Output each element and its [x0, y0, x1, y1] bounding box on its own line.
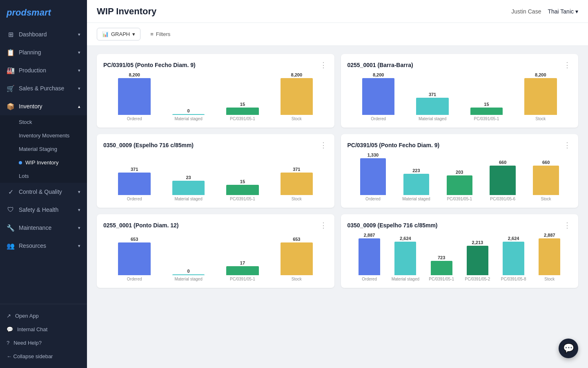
- logo-text: prodsmart: [7, 7, 51, 18]
- bar-label-5-1: Material staged: [392, 277, 419, 281]
- bar-rect-1-3: [524, 78, 557, 115]
- sidebar-item-stock[interactable]: Stock: [0, 115, 87, 129]
- user2-dropdown[interactable]: Thai Tanic ▾: [548, 8, 578, 15]
- filters-button[interactable]: ≡ Filters: [145, 28, 175, 40]
- chart-card-5: 0350_0009 (Espelho 716 c/85mm) ⋮2,887Ord…: [341, 214, 579, 288]
- chart-menu-3[interactable]: ⋮: [564, 141, 572, 150]
- bar-label-5-3: PC/0391/05-2: [465, 277, 490, 281]
- chart-title-4: 0255_0001 (Ponto Diam. 12): [103, 222, 178, 229]
- chart-menu-5[interactable]: ⋮: [564, 221, 572, 230]
- graph-icon: 📊: [102, 31, 109, 37]
- chat-bubble-button[interactable]: 💬: [559, 339, 578, 358]
- bar-label-3-2: PC/0391/05-1: [447, 197, 472, 201]
- chart-menu-0[interactable]: ⋮: [320, 61, 328, 70]
- sidebar-item-control-quality[interactable]: ✓ Control & Quality ▾: [0, 183, 87, 201]
- graph-chevron-icon: ▾: [132, 31, 135, 37]
- sidebar-item-lots[interactable]: Lots: [0, 169, 87, 183]
- sidebar-label-planning: Planning: [19, 49, 41, 56]
- sidebar-item-inventory-movements[interactable]: Inventory Movements: [0, 129, 87, 142]
- resources-icon: 👥: [7, 242, 15, 250]
- bar-value-4-3: 653: [293, 237, 300, 242]
- bar-value-5-1: 2,624: [400, 236, 411, 241]
- bar-group-2-2: 15PC/0391/05-1: [216, 179, 270, 201]
- bar-group-2-0: 371Ordered: [107, 167, 161, 201]
- graph-button[interactable]: 📊 GRAPH ▾: [97, 28, 140, 40]
- chart-card-1: 0255_0001 (Barra-Barra) ⋮8,200Ordered371…: [341, 54, 579, 128]
- sidebar-item-production[interactable]: 🏭 Production ▾: [0, 61, 87, 79]
- bar-label-3-0: Ordered: [365, 197, 381, 201]
- chart-card-2: 0350_0009 (Espelho 716 c/85mm) ⋮371Order…: [97, 134, 334, 208]
- stock-label: Stock: [19, 119, 32, 125]
- sidebar-label-sales: Sales & Purchase: [19, 85, 64, 92]
- bar-value-2-2: 15: [240, 179, 245, 184]
- sidebar-item-resources[interactable]: 👥 Resources ▾: [0, 237, 87, 255]
- sidebar-item-dashboard[interactable]: ⊞ Dashboard ▾: [0, 25, 87, 43]
- bar-value-3-1: 223: [412, 168, 420, 173]
- bar-label-1-3: Stock: [535, 117, 546, 121]
- bar-group-4-1: 0Material staged: [161, 269, 215, 281]
- safety-icon: 🛡: [7, 206, 15, 214]
- bar-label-2-1: Material staged: [174, 197, 202, 201]
- chart-title-3: PC/0391/05 (Ponto Fecho Diam. 9): [347, 142, 440, 148]
- sidebar-item-inventory[interactable]: 📦 Inventory ▴: [0, 97, 87, 115]
- bar-rect-4-1: [172, 274, 205, 275]
- filter-icon: ≡: [150, 31, 154, 37]
- planning-icon: 📋: [7, 48, 15, 56]
- sidebar-item-safety-health[interactable]: 🛡 Safety & Health ▾: [0, 201, 87, 219]
- bar-rect-5-2: [431, 261, 452, 275]
- filters-label: Filters: [156, 31, 170, 37]
- bar-group-1-1: 371Material staged: [405, 92, 459, 121]
- bar-label-4-1: Material staged: [174, 277, 202, 281]
- bar-value-0-2: 15: [240, 102, 245, 107]
- bar-value-1-1: 371: [429, 92, 436, 97]
- user1-name: Justin Case: [511, 8, 541, 15]
- bar-rect-5-0: [359, 238, 380, 275]
- chevron-down-icon: ▾: [78, 225, 80, 231]
- sidebar-item-wip-inventory[interactable]: WIP Inventory: [0, 156, 87, 169]
- bar-chart-2: 371Ordered23Material staged15PC/0391/05-…: [103, 156, 328, 201]
- bar-value-3-4: 660: [542, 160, 550, 165]
- bar-group-2-3: 371Stock: [270, 167, 323, 201]
- bar-label-2-2: PC/0391/05-1: [230, 197, 255, 201]
- sidebar-item-material-staging[interactable]: Material Staging: [0, 142, 87, 156]
- internal-chat-link[interactable]: 💬 Internal Chat: [0, 323, 87, 336]
- bar-group-3-0: 1,330Ordered: [352, 153, 395, 201]
- bar-rect-4-3: [281, 242, 313, 275]
- inventory-icon: 📦: [7, 102, 15, 110]
- bar-label-1-0: Ordered: [371, 117, 386, 121]
- sidebar-item-sales-purchase[interactable]: 🛒 Sales & Purchase ▾: [0, 79, 87, 97]
- bar-label-5-2: PC/0391/05-1: [429, 277, 454, 281]
- bar-group-5-3: 2,213PC/0391/05-2: [459, 240, 495, 281]
- bar-label-3-3: PC/0391/05-6: [490, 197, 515, 201]
- bar-group-1-2: 15PC/0391/05-1: [459, 102, 513, 121]
- sidebar-item-planning[interactable]: 📋 Planning ▾: [0, 43, 87, 61]
- dashboard-icon: ⊞: [7, 30, 15, 38]
- need-help-link[interactable]: ? Need Help?: [0, 336, 87, 350]
- chart-menu-1[interactable]: ⋮: [564, 61, 572, 70]
- bar-value-2-1: 23: [186, 175, 191, 180]
- collapse-sidebar-button[interactable]: ← Collapse sidebar: [0, 350, 87, 363]
- sidebar-item-maintenance[interactable]: 🔧 Maintenance ▾: [0, 219, 87, 237]
- open-app-link[interactable]: ↗ Open App: [0, 309, 87, 323]
- chart-menu-4[interactable]: ⋮: [320, 221, 328, 230]
- wip-label: WIP Inventory: [25, 159, 58, 166]
- bar-label-5-5: Stock: [544, 277, 555, 281]
- bar-group-0-0: 8,200Ordered: [107, 72, 161, 121]
- bar-group-0-3: 8,200Stock: [270, 72, 323, 121]
- chevron-down-icon: ▾: [78, 32, 80, 37]
- sidebar-label-production: Production: [19, 67, 46, 74]
- chart-menu-2[interactable]: ⋮: [320, 141, 328, 150]
- open-app-icon: ↗: [7, 313, 11, 319]
- bar-label-0-3: Stock: [292, 117, 302, 121]
- chart-title-5: 0350_0009 (Espelho 716 c/85mm): [347, 222, 438, 229]
- bar-group-3-1: 223Material staged: [394, 168, 438, 201]
- bar-label-1-1: Material staged: [419, 117, 446, 121]
- app-logo: prodsmart: [0, 0, 87, 25]
- bar-value-2-3: 371: [293, 167, 300, 172]
- bar-label-5-0: Ordered: [362, 277, 377, 281]
- bar-rect-2-0: [118, 173, 150, 195]
- chart-title-0: PC/0391/05 (Ponto Fecho Diam. 9): [103, 62, 196, 68]
- bar-chart-5: 2,887Ordered2,624Material staged723PC/03…: [347, 236, 572, 281]
- bar-group-3-3: 660PC/0391/05-6: [481, 160, 524, 201]
- help-icon: ?: [7, 340, 9, 346]
